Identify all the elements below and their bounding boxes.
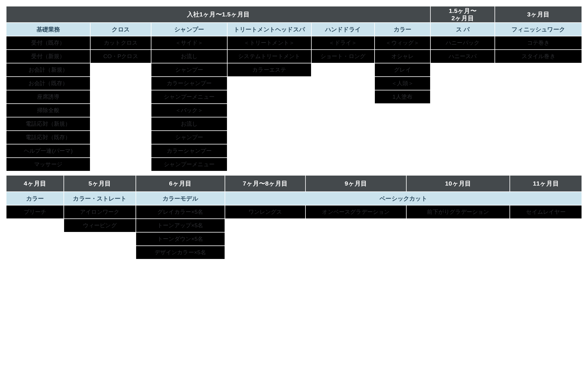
cell: ＜バック＞ bbox=[151, 104, 227, 117]
subheader-finish: フィニッシュワーク bbox=[495, 23, 582, 36]
cell: お会計（新規） bbox=[6, 63, 90, 77]
cell: トーンダウン×5名 bbox=[136, 232, 225, 246]
cell: ＜トリートメント＞ bbox=[227, 36, 311, 50]
header-month-5: 5ヶ月目 bbox=[64, 175, 136, 192]
blank bbox=[227, 77, 311, 171]
cell: デザインカラー×5名 bbox=[136, 246, 225, 259]
cell: ＜サイド＞ bbox=[151, 36, 227, 50]
blank bbox=[225, 219, 582, 259]
cell: 掃除全般 bbox=[6, 104, 90, 117]
header-period-1: 入社1ヶ月〜1.5ヶ月目 bbox=[6, 6, 430, 23]
blank bbox=[430, 63, 582, 171]
header-month-7-8: 7ヶ月〜8ヶ月目 bbox=[225, 175, 305, 192]
cell: CO・Pクロス bbox=[90, 50, 151, 63]
cell: ＜人頭＞ bbox=[375, 77, 430, 90]
blank bbox=[64, 232, 136, 259]
blank bbox=[6, 219, 64, 259]
header-period-2: 1.5ヶ月〜2ヶ月目 bbox=[430, 6, 495, 23]
subheader-m6-color-model: カラーモデル bbox=[136, 192, 225, 205]
cell: マッサージ bbox=[6, 158, 90, 171]
cell: セイムレイヤー bbox=[510, 205, 582, 219]
cell: アイロンワーク bbox=[64, 205, 136, 219]
blank bbox=[375, 104, 430, 171]
subheader-spa: ス パ bbox=[430, 23, 495, 36]
cell: グレイ bbox=[375, 63, 430, 77]
cell: トーンアップ×5名 bbox=[136, 219, 225, 232]
cell: シャンプー bbox=[151, 131, 227, 144]
cell: オシャレ bbox=[375, 50, 430, 63]
cell: シャンプーメニュー bbox=[151, 158, 227, 171]
cell: カラーシャンプー bbox=[151, 77, 227, 90]
cell: ワンレングス bbox=[225, 205, 305, 219]
header-month-4: 4ヶ月目 bbox=[6, 175, 64, 192]
cell: コテ巻き bbox=[495, 36, 582, 50]
cell: ヘルプ一連(パーマ) bbox=[6, 144, 90, 158]
cell: ショート・ロング bbox=[311, 50, 375, 63]
cell: 受付（新規） bbox=[6, 50, 90, 63]
cell: グレイカラー×5名 bbox=[136, 205, 225, 219]
cell: オンベースグラデーション bbox=[305, 205, 406, 219]
header-month-11: 11ヶ月目 bbox=[510, 175, 582, 192]
subheader-m4-color: カラー bbox=[6, 192, 64, 205]
cell: ＜ウィッグ＞ bbox=[375, 36, 430, 50]
subheader-kiso: 基礎業務 bbox=[6, 23, 90, 36]
cell: ウィービング bbox=[64, 219, 136, 232]
cell: カットクロス bbox=[90, 36, 151, 50]
header-period-3: 3ヶ月目 bbox=[495, 6, 582, 23]
cell: 座席誘導 bbox=[6, 90, 90, 104]
subheader-shampoo: シャンプー bbox=[151, 23, 227, 36]
cell: お会計（既存） bbox=[6, 77, 90, 90]
cell: 1人塗布 bbox=[375, 90, 430, 104]
cell: システムトリートメント bbox=[227, 50, 311, 63]
subheader-color: カラー bbox=[375, 23, 430, 36]
cell: シャンプーメニュー bbox=[151, 90, 227, 104]
cell: 電話応対（既存） bbox=[6, 131, 90, 144]
cell: 受付（既存） bbox=[6, 36, 90, 50]
cell: カラーシャンプー bbox=[151, 144, 227, 158]
cell: お流し bbox=[151, 50, 227, 63]
subheader-cloth: クロス bbox=[90, 23, 151, 36]
training-schedule-table-1: 入社1ヶ月〜1.5ヶ月目 1.5ヶ月〜2ヶ月目 3ヶ月目 基礎業務 クロス シャ… bbox=[6, 6, 582, 171]
header-month-10: 10ヶ月目 bbox=[406, 175, 510, 192]
subheader-treatment: トリートメントヘッドスパ bbox=[227, 23, 311, 36]
cell: カラーエステ bbox=[227, 63, 311, 77]
cell: 電話応対（新規） bbox=[6, 117, 90, 131]
cell: シャンプー bbox=[151, 63, 227, 77]
subheader-basic-cut: ベーシックカット bbox=[225, 192, 582, 205]
cell: 前下がりグラデーション bbox=[406, 205, 510, 219]
cell: ハニーパック bbox=[430, 36, 495, 50]
blank bbox=[90, 63, 151, 171]
cell: スタイル巻き bbox=[495, 50, 582, 63]
cell: ブリーチ bbox=[6, 205, 64, 219]
cell: ＜ドライ＞ bbox=[311, 36, 375, 50]
header-month-9: 9ヶ月目 bbox=[305, 175, 406, 192]
cell: ハニースパ bbox=[430, 50, 495, 63]
training-schedule-table-2: 4ヶ月目 5ヶ月目 6ヶ月目 7ヶ月〜8ヶ月目 9ヶ月目 10ヶ月目 11ヶ月目… bbox=[6, 175, 582, 260]
blank bbox=[311, 63, 375, 171]
cell: お流し bbox=[151, 117, 227, 131]
header-month-6: 6ヶ月目 bbox=[136, 175, 225, 192]
subheader-handdry: ハンドドライ bbox=[311, 23, 375, 36]
subheader-m5-color-straight: カラー・ストレート bbox=[64, 192, 136, 205]
